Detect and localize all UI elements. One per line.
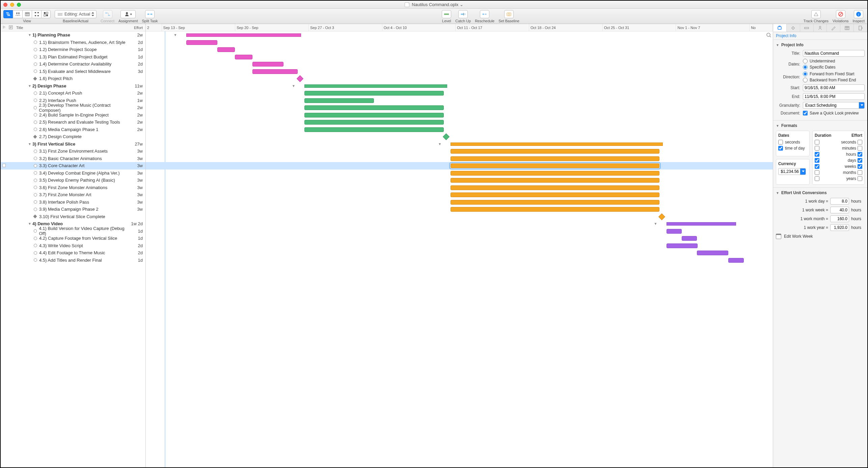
gantt-row[interactable] [146,111,773,119]
gantt-bar[interactable] [667,222,736,226]
gantt-bar[interactable] [304,98,374,103]
gantt-bar[interactable] [235,55,252,59]
gantt-row[interactable] [146,170,773,177]
gantt-row[interactable] [146,184,773,191]
task-row[interactable]: 2.4) Build Sample In-Engine Project2w [1,111,145,119]
task-row[interactable]: 1.6) Project Pitch [1,75,145,82]
effort-days-checkbox[interactable] [858,158,862,163]
gantt-row[interactable] [146,162,773,170]
gantt-bar[interactable] [667,229,682,234]
effort-column-header[interactable]: Effort [129,26,145,30]
gantt-bar[interactable] [682,236,697,241]
group-disclosure[interactable]: ▼ [438,142,441,146]
duration-weeks-checkbox[interactable] [815,164,819,169]
gantt-row[interactable]: ▼ [146,31,773,39]
gantt-bar[interactable] [451,156,659,161]
task-row[interactable]: 4.3) Write Video Script2d [1,242,145,250]
view-styles-button[interactable] [41,10,51,18]
gantt-row[interactable] [146,148,773,155]
split-task-button[interactable] [145,10,155,18]
dates-seconds-checkbox[interactable]: seconds [778,140,807,145]
task-row[interactable]: 1.5) Evaluate and Select Middleware3d [1,68,145,75]
task-row[interactable]: 2.6) Media Campaign Phase 12w [1,126,145,133]
work-year-input[interactable] [830,224,849,231]
view-resource-button[interactable] [13,10,22,18]
gantt-row[interactable] [146,191,773,199]
flag-column-header[interactable]: ⚐ [1,25,7,30]
gantt-row[interactable] [146,75,773,82]
task-row[interactable]: 2.7) Design Complete [1,133,145,140]
gantt-row[interactable] [146,53,773,61]
gantt-row[interactable] [146,235,773,242]
task-row[interactable]: 3.7) First Zone Monster Art3w [1,191,145,199]
inspector-tab-project[interactable] [773,24,787,32]
baseline-actual-select[interactable]: Editing: Actual [55,10,97,18]
milestone-diamond[interactable] [297,75,303,82]
inspector-tab-resource[interactable] [814,24,827,32]
work-week-input[interactable] [830,207,849,213]
gantt-bar[interactable] [451,163,659,168]
effort-years-checkbox[interactable] [858,176,862,181]
granularity-select[interactable]: Exact Scheduling [803,102,865,109]
gantt-row[interactable] [146,177,773,184]
gantt-row[interactable] [146,242,773,250]
gantt-bar[interactable] [186,40,218,45]
task-row[interactable]: 2.1) Concept Art Push2w [1,89,145,97]
gantt-row[interactable] [146,68,773,75]
catchup-button[interactable] [458,10,468,18]
view-network-button[interactable] [32,10,41,18]
dates-undetermined-radio[interactable]: Undetermined [803,59,836,63]
task-row[interactable]: ▼3) First Vertical Slice27w [1,140,145,148]
gantt-row[interactable] [146,89,773,97]
gantt-row[interactable] [146,213,773,220]
gantt-bar[interactable] [451,185,659,190]
gantt-row[interactable] [146,133,773,140]
effort-seconds-checkbox[interactable] [858,140,862,145]
gantt-bar[interactable] [217,47,235,52]
gantt-row[interactable] [146,97,773,104]
connect-button[interactable] [103,10,112,18]
group-disclosure[interactable]: ▼ [654,222,657,226]
task-row[interactable]: 3.9) Media Campaign Phase 23w [1,206,145,213]
gantt-bar[interactable] [451,178,659,183]
task-row[interactable]: 1.2) Determine Project Scope1d [1,46,145,53]
gantt-bar[interactable] [451,200,659,205]
title-column-header[interactable]: Title [14,26,129,30]
task-row[interactable]: 2.5) Research and Evaluate Testing Tools… [1,119,145,126]
task-row[interactable]: 1.1) Brainstorm Themes, Audience, Art St… [1,39,145,46]
gantt-bar[interactable] [451,207,659,212]
gantt-bar[interactable] [451,149,659,154]
gantt-bar[interactable] [304,105,443,110]
gantt-row[interactable]: ▼ [146,140,773,148]
currency-select[interactable]: $1,234.56 [778,168,806,175]
duration-hours-checkbox[interactable] [815,152,819,157]
gantt-bar[interactable] [728,258,743,263]
gantt-row[interactable]: ▼ [146,220,773,228]
gantt-bar[interactable] [304,127,443,132]
gantt-row[interactable]: ▼ [146,82,773,90]
gantt-bar[interactable] [304,120,443,125]
task-row[interactable]: ▼1) Planning Phase2w [1,31,145,39]
gantt-row[interactable] [146,119,773,126]
project-title-input[interactable] [803,50,865,57]
inspector-tab-styles[interactable] [827,24,840,32]
effort-weeks-checkbox[interactable] [858,164,862,169]
gantt-bar[interactable] [252,69,298,74]
task-row[interactable]: 3.8) Interface Polish Pass3w [1,199,145,206]
task-row[interactable]: 4.2) Capture Footage from Vertical Slice… [1,235,145,242]
gantt-row[interactable] [146,104,773,111]
task-row[interactable]: 3.5) Develop Enemy Pathing AI (Basic)3w [1,177,145,184]
direction-backward-radio[interactable]: Backward from Fixed End [803,78,856,82]
gantt-row[interactable] [146,249,773,257]
duration-months-checkbox[interactable] [815,170,819,175]
inspect-button[interactable]: i [854,10,863,18]
edit-work-week-button[interactable]: Edit Work Week [776,234,865,239]
task-row[interactable]: 4.1) Build Version for Video Capture (De… [1,228,145,235]
dates-specific-radio[interactable]: Specific Dates [803,65,836,70]
inspector-tab-columns[interactable] [840,24,854,32]
level-button[interactable] [442,10,451,18]
task-row[interactable]: 1.4) Determine Contractor Availability2d [1,60,145,68]
set-baseline-button[interactable] [504,10,514,18]
task-row[interactable]: 3.1) First Zone Environment Assets3w [1,148,145,155]
view-gantt-button[interactable] [3,10,13,18]
